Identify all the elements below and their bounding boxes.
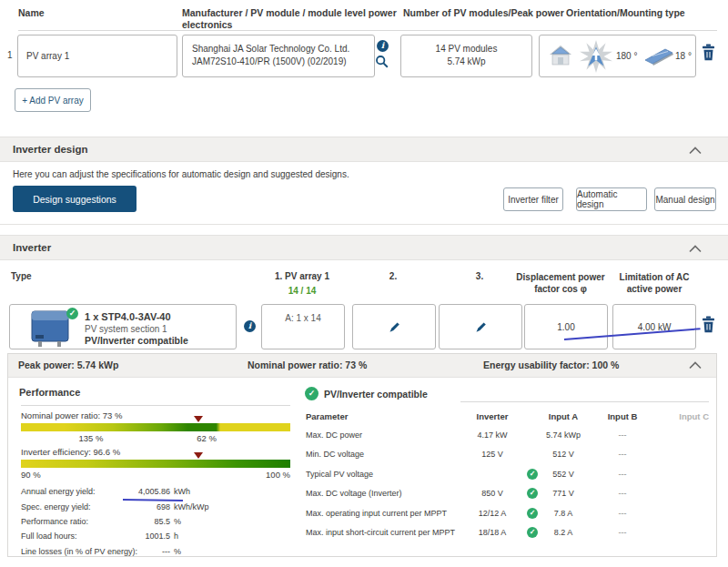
tilt-panel-icon: [642, 46, 674, 66]
col-header-3: 3.: [461, 271, 498, 281]
inverter-design-header[interactable]: Inverter design: [0, 137, 728, 162]
npr-bar: [21, 423, 290, 431]
header-divider: [18, 30, 717, 31]
array1-stringing-field[interactable]: A: 1 x 14: [261, 304, 345, 349]
check-icon: ✓: [527, 488, 538, 499]
eff-tick-left: 90 %: [21, 470, 41, 480]
module-info-icon[interactable]: i: [377, 40, 389, 52]
col-header-type: Type: [11, 271, 32, 281]
col-header-displacement: Displacement power factor cos φ: [510, 271, 612, 295]
roof-house-icon: [547, 42, 574, 69]
compat-table: Parameter Inverter Input A Input B Input…: [306, 407, 709, 542]
module-line: JAM72S10-410/PR (1500V) (02/2019): [192, 56, 374, 68]
col-header-orientation: Orientation/Mounting type: [566, 7, 685, 18]
col-header-name: Name: [18, 7, 45, 18]
delete-inverter-icon[interactable]: [702, 316, 715, 333]
performance-title: Performance: [19, 387, 80, 398]
inverter-title: Inverter: [13, 242, 51, 253]
array2-edit-field[interactable]: [352, 304, 436, 349]
inverter-detail-panel: Peak power: 5.74 kWp Nominal power ratio…: [7, 353, 717, 557]
perf-row: Performance ratio: 85.5 %: [21, 514, 294, 529]
inverter-info-icon[interactable]: i: [244, 320, 256, 332]
eff-tick-right: 100 %: [254, 470, 290, 480]
inverter-photo: [30, 309, 72, 348]
module-select-field[interactable]: Shanghai JA Solar Technology Co. Ltd. JA…: [182, 35, 375, 77]
array1-module-count: 14 / 14: [257, 286, 348, 296]
array3-edit-field[interactable]: [439, 304, 522, 349]
npr-marker: [194, 416, 203, 422]
inverter-design-description: Here you can adjust the specifications f…: [13, 169, 349, 179]
delete-pv-array-icon[interactable]: [702, 44, 715, 61]
check-icon: ✓: [527, 469, 538, 480]
compat-title: PV/Inverter compatible: [324, 389, 428, 400]
compat-row: Max. DC power 4.17 kW 5.74 kWp ---: [306, 425, 709, 445]
add-pv-array-button[interactable]: + Add PV array: [15, 88, 91, 112]
design-suggestions-button[interactable]: Design suggestions: [13, 186, 136, 212]
pencil-icon: [474, 320, 488, 334]
summary-bar[interactable]: Peak power: 5.74 kWp Nominal power ratio…: [8, 354, 716, 378]
pv-design-page: Name Manufacturer / PV module / module l…: [0, 0, 728, 567]
azimuth-value: 180 °: [616, 51, 637, 61]
section-divider: [0, 224, 728, 225]
modules-count: 14 PV modules: [401, 43, 531, 56]
pencil-icon: [388, 320, 401, 334]
check-icon: ✓: [527, 508, 538, 519]
col-header-limitation: Limitation of AC active power: [604, 271, 704, 295]
col-header-2: 2.: [375, 271, 411, 281]
efficiency-label: Inverter efficiency: 96.6 %: [21, 447, 120, 457]
compat-header-row: Parameter Inverter Input A Input B Input…: [306, 407, 709, 425]
perf-row: Spec. energy yield: 698 kWh/kWp: [21, 499, 294, 513]
pv-array-name-value: PV array 1: [26, 51, 69, 61]
compatible-check-icon: ✓: [305, 387, 318, 400]
module-search-icon[interactable]: [375, 55, 389, 69]
perf-row: Line losses (in % of PV energy): --- %: [21, 544, 294, 559]
compat-row: Max. DC voltage (Inverter) 850 V ✓ 771 V…: [306, 484, 709, 504]
peak-power-summary: Peak power: 5.74 kWp: [18, 359, 118, 370]
check-icon: ✓: [527, 527, 538, 538]
cos-phi-value: 1.00: [557, 322, 574, 332]
tilt-value: 18 °: [675, 51, 692, 61]
collapse-chevron-icon[interactable]: [689, 361, 702, 370]
compat-row: Min. DC voltage 125 V 512 V ---: [306, 445, 709, 465]
row-index: 1: [7, 50, 13, 60]
automatic-design-button[interactable]: Automatic design: [576, 187, 647, 211]
modules-count-field[interactable]: 14 PV modules 5.74 kWp: [400, 35, 532, 77]
pv-array-name-input[interactable]: PV array 1: [17, 35, 177, 77]
col-header-manufacturer: Manufacturer / PV module / module level …: [182, 7, 410, 31]
compat-divider: [460, 401, 709, 402]
ac-limit-field[interactable]: 4.00 kW: [612, 304, 696, 349]
col-header-modules: Number of PV modules/Peak power: [403, 7, 564, 18]
collapse-chevron-icon[interactable]: [689, 245, 702, 253]
compat-row: Max. operating input current per MPPT 12…: [306, 503, 709, 523]
nominal-power-ratio-summary: Nominal power ratio: 73 %: [248, 359, 367, 370]
performance-kv-list: Annual energy yield: 4,005.86 kWh Spec. …: [21, 484, 294, 559]
azimuth-compass-icon: [580, 39, 612, 74]
npr-tick-right: 62 %: [188, 433, 225, 443]
efficiency-marker: [194, 452, 203, 459]
cos-phi-field[interactable]: 1.00: [524, 304, 608, 349]
performance-divider: [21, 405, 290, 406]
manual-design-button[interactable]: Manual design: [654, 187, 716, 211]
npr-label: Nominal power ratio: 73 %: [21, 410, 122, 420]
perf-row: Annual energy yield: 4,005.86 kWh: [21, 484, 294, 499]
collapse-chevron-icon[interactable]: [689, 147, 702, 155]
inverter-header[interactable]: Inverter: [0, 235, 728, 260]
npr-tick-left: 135 %: [73, 433, 109, 443]
perf-row: Full load hours: 1001.5 h: [21, 529, 294, 543]
manufacturer-line: Shanghai JA Solar Technology Co. Ltd.: [192, 43, 374, 56]
pv-system-section: PV system section 1: [85, 324, 167, 334]
col-header-array1: 1. PV array 1: [257, 271, 348, 281]
compat-row: Typical PV voltage ✓ 552 V ---: [306, 464, 709, 484]
compat-row: Max. input short-circuit current per MPP…: [306, 523, 709, 543]
compatibility-label: PV/Inverter compatible: [85, 335, 188, 346]
inverter-design-title: Inverter design: [13, 144, 87, 155]
orientation-field[interactable]: 180 ° 18 °: [539, 35, 696, 77]
energy-usability-summary: Energy usability factor: 100 %: [483, 359, 619, 370]
inverter-model: 1 x STP4.0-3AV-40: [85, 311, 171, 322]
efficiency-bar: [21, 460, 290, 468]
array1-stringing-value: A: 1 x 14: [285, 313, 320, 323]
inverter-filter-button[interactable]: Inverter filter: [503, 187, 563, 211]
inverter-type-field[interactable]: ✓ 1 x STP4.0-3AV-40 PV system section 1 …: [9, 304, 237, 349]
peak-power: 5.74 kWp: [401, 56, 531, 68]
compatible-check-icon: ✓: [66, 308, 78, 319]
